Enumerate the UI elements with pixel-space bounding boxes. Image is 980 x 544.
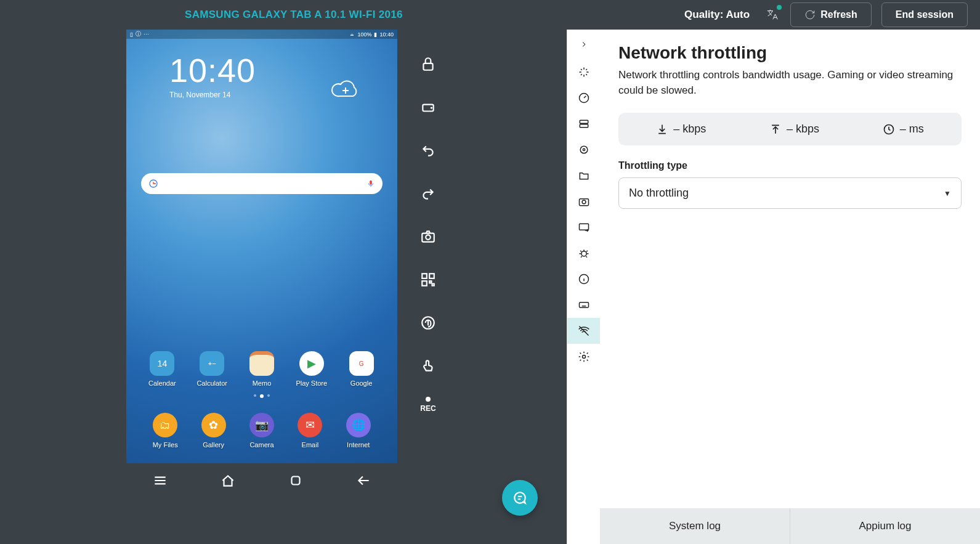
- cloud-add-icon[interactable]: [331, 79, 360, 101]
- status-right: ⫨ 100% ▮ 10:40: [349, 31, 394, 38]
- rail-files[interactable]: [567, 163, 600, 189]
- calendar-icon: 14: [150, 351, 174, 376]
- svg-rect-14: [580, 124, 588, 128]
- status-time: 10:40: [379, 31, 394, 38]
- svg-point-18: [582, 200, 586, 204]
- side-tool-rail: [567, 30, 600, 544]
- svg-rect-3: [423, 63, 432, 70]
- google-icon: [148, 179, 158, 189]
- throttling-type-select[interactable]: No throttling ▼: [618, 177, 962, 209]
- download-icon: [656, 123, 668, 136]
- rail-display-settings[interactable]: [567, 214, 600, 240]
- notification-dot: [777, 5, 782, 10]
- upload-icon: [769, 123, 782, 136]
- svg-point-16: [583, 148, 585, 150]
- qr-button[interactable]: [416, 267, 440, 292]
- stat-upload: – kbps: [769, 123, 819, 136]
- panel-title: Network throttling: [618, 43, 962, 63]
- nav-back-button[interactable]: [355, 473, 371, 491]
- panel-description: Network throttling controls bandwidth us…: [618, 68, 962, 98]
- chat-bubble-button[interactable]: [502, 480, 538, 516]
- homescreen-dock: 🗂 My Files ✿ Gallery 📷 Camera ✉ Email: [126, 413, 397, 449]
- device-title: SAMSUNG GALAXY TAB A 10.1 WI-FI 2016: [185, 9, 403, 21]
- svg-point-23: [582, 355, 585, 359]
- calculator-icon: +−: [200, 351, 224, 376]
- rotate-button[interactable]: [416, 95, 440, 120]
- battery-icon: ▮: [374, 31, 377, 38]
- app-playstore[interactable]: ▶ Play Store: [291, 351, 332, 387]
- end-session-button[interactable]: End session: [881, 2, 968, 27]
- memo-icon: [249, 351, 274, 376]
- google-folder-icon: G: [349, 351, 374, 376]
- rail-camera[interactable]: [567, 189, 600, 214]
- rail-network-throttling[interactable]: [567, 318, 600, 344]
- nav-menu-button[interactable]: [152, 473, 168, 491]
- app-calculator[interactable]: +− Calculator: [192, 351, 232, 387]
- page-indicator: [126, 394, 397, 398]
- rail-sparkle[interactable]: [567, 59, 600, 85]
- mic-icon[interactable]: [366, 179, 375, 188]
- clock-time: 10:40: [169, 51, 397, 89]
- main-area: ▯ ⓘ ⋯ ⫨ 100% ▮ 10:40 10:40 Thu, November…: [0, 30, 980, 544]
- rail-gauge[interactable]: [567, 85, 600, 111]
- playstore-icon: ▶: [299, 351, 324, 376]
- undo-button[interactable]: [416, 138, 440, 163]
- tap-button[interactable]: [416, 354, 440, 378]
- nav-overview-button[interactable]: [288, 473, 304, 491]
- svg-rect-2: [292, 477, 300, 485]
- gallery-icon: ✿: [201, 413, 226, 437]
- info-icon: ⓘ: [136, 30, 141, 38]
- homescreen-clock: 10:40 Thu, November 14: [169, 51, 397, 99]
- rail-info[interactable]: [567, 266, 600, 292]
- device-column: ▯ ⓘ ⋯ ⫨ 100% ▮ 10:40 10:40 Thu, November…: [0, 30, 567, 544]
- status-left: ▯ ⓘ ⋯: [130, 30, 149, 38]
- app-google[interactable]: G Google: [341, 351, 382, 387]
- folder-icon: 🗂: [153, 413, 177, 437]
- fingerprint-button[interactable]: [416, 311, 440, 335]
- dock-gallery[interactable]: ✿ Gallery: [193, 413, 234, 449]
- network-throttling-panel: Network throttling Network throttling co…: [600, 30, 980, 544]
- top-header: SAMSUNG GALAXY TAB A 10.1 WI-FI 2016 Qua…: [0, 0, 980, 30]
- rail-bug[interactable]: [567, 240, 600, 266]
- rail-location[interactable]: [567, 137, 600, 163]
- end-session-label: End session: [896, 9, 954, 20]
- dock-internet[interactable]: 🌐 Internet: [338, 413, 379, 449]
- svg-rect-8: [422, 274, 427, 278]
- svg-point-15: [580, 146, 588, 153]
- svg-rect-19: [579, 224, 588, 230]
- rail-settings[interactable]: [567, 344, 600, 370]
- throttle-stats: – kbps – kbps – ms: [618, 113, 962, 145]
- rail-server[interactable]: [567, 111, 600, 137]
- nav-home-button[interactable]: [220, 473, 236, 491]
- chevron-down-icon: ▼: [944, 189, 951, 198]
- rail-keyboard[interactable]: [567, 292, 600, 318]
- google-search-bar[interactable]: [141, 173, 383, 194]
- svg-rect-1: [370, 181, 372, 185]
- dock-myfiles[interactable]: 🗂 My Files: [145, 413, 185, 449]
- battery-pct: 100%: [357, 31, 371, 38]
- dock-email[interactable]: ✉ Email: [290, 413, 330, 449]
- screenshot-button[interactable]: [416, 224, 440, 249]
- svg-point-20: [581, 251, 586, 256]
- svg-rect-10: [422, 281, 427, 286]
- dock-camera[interactable]: 📷 Camera: [241, 413, 282, 449]
- throttling-type-value: No throttling: [629, 187, 689, 200]
- lock-button[interactable]: [416, 52, 440, 76]
- refresh-button[interactable]: Refresh: [790, 2, 872, 27]
- record-button[interactable]: REC: [416, 397, 440, 413]
- svg-point-7: [426, 235, 431, 240]
- device-controls-column: REC: [416, 30, 440, 413]
- app-memo[interactable]: Memo: [241, 351, 282, 387]
- app-calendar[interactable]: 14 Calendar: [142, 351, 182, 387]
- homescreen-apps: 14 Calendar +− Calculator Memo ▶ Play St…: [126, 351, 397, 387]
- tab-system-log[interactable]: System log: [600, 508, 790, 544]
- redo-button[interactable]: [416, 181, 440, 206]
- collapse-panel-button[interactable]: [567, 30, 600, 59]
- language-icon[interactable]: [763, 6, 780, 23]
- device-screen[interactable]: ▯ ⓘ ⋯ ⫨ 100% ▮ 10:40 10:40 Thu, November…: [126, 30, 397, 463]
- clock-icon: [883, 123, 895, 136]
- internet-icon: 🌐: [346, 413, 371, 437]
- quality-indicator[interactable]: Quality: Auto: [684, 9, 750, 21]
- stat-download: – kbps: [656, 123, 706, 136]
- tab-appium-log[interactable]: Appium log: [790, 508, 980, 544]
